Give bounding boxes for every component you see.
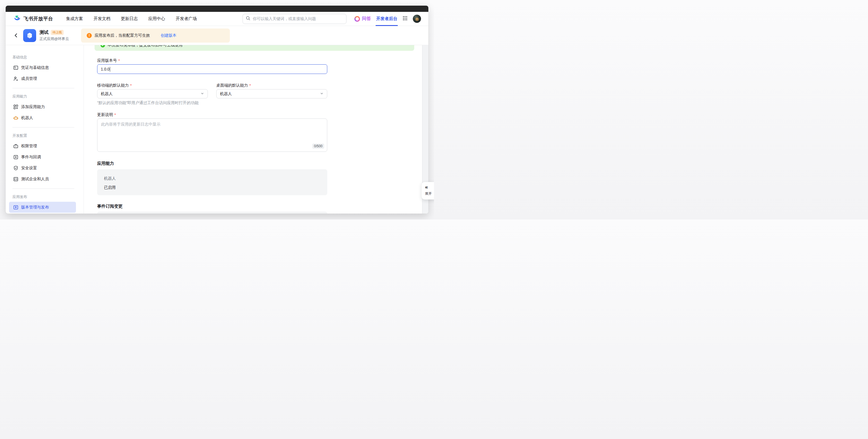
update-notes-label: 更新说明 — [97, 112, 113, 117]
nav-menu: 集成方案 开发文档 更新日志 应用中心 开发者广场 — [66, 16, 197, 22]
main-panel: 本次发布免审核，提交发布后即可上线使用 应用版本号 * 1.0.0 移动端的默认… — [84, 45, 428, 213]
qa-button[interactable]: 问答 — [354, 16, 371, 22]
content-area: 基础信息 凭证与基础信息 成员管理 — [6, 45, 428, 213]
app-meta: 测试 待上线 正式应用@环界云 — [39, 30, 69, 41]
required-asterisk: * — [130, 83, 132, 88]
sidebar-item-credentials[interactable]: 凭证与基础信息 — [9, 62, 76, 73]
desktop-capability-select[interactable]: 机器人 — [216, 89, 327, 98]
sidebar-section-release: 应用发布 — [12, 194, 84, 199]
required-asterisk: * — [118, 58, 120, 63]
id-card-icon — [13, 65, 19, 71]
sidebar-item-label: 安全设置 — [21, 166, 37, 171]
success-banner: 本次发布免审核，提交发布后即可上线使用 — [95, 45, 414, 51]
sidebar-divider — [12, 189, 74, 189]
event-subscription-panel — [97, 212, 327, 213]
capability-hint: “默认的应用功能”即用户通过工作台访问应用时打开的功能 — [97, 100, 198, 105]
window-titlebar — [6, 6, 428, 12]
update-notes-textarea[interactable]: 此内容将于应用的更新日志中显示 0/500 — [97, 119, 327, 152]
app-name: 测试 — [39, 30, 49, 36]
sidebar-item-label: 机器人 — [21, 115, 33, 121]
search-icon — [246, 16, 250, 22]
qa-label: 问答 — [362, 16, 371, 22]
capability-item-status: 已启用 — [104, 185, 116, 190]
tab-developer-console[interactable]: 开发者后台 — [376, 16, 397, 22]
top-navbar: 飞书开放平台 集成方案 开发文档 更新日志 应用中心 开发者广场 你可以输入关键… — [6, 12, 428, 26]
feishu-logo-icon — [13, 15, 21, 23]
sidebar-item-label: 添加应用能力 — [21, 104, 45, 109]
create-version-link[interactable]: 创建版本 — [161, 33, 177, 38]
warning-icon: ! — [87, 33, 92, 38]
app-header: 测试 待上线 正式应用@环界云 ! 应用发布后，当前配置方可生效 创建版本 — [6, 26, 428, 45]
desktop-capability-value: 机器人 — [220, 92, 232, 97]
expand-label: 展开 — [425, 191, 432, 196]
search-input[interactable]: 你可以输入关键词，或直接输入问题 — [243, 14, 346, 24]
sidebar-section-dev-config: 开发配置 — [12, 133, 84, 138]
code-square-icon — [13, 176, 19, 182]
double-chevron-left-icon: « — [425, 184, 428, 190]
chevron-down-icon — [320, 92, 323, 96]
expand-sidebar-button[interactable]: « 展开 — [422, 182, 434, 199]
app-subtitle: 正式应用@环界云 — [39, 36, 69, 41]
back-button[interactable] — [12, 32, 20, 39]
capability-item-name: 机器人 — [104, 176, 116, 181]
sidebar-item-security[interactable]: 安全设置 — [9, 163, 76, 173]
version-input[interactable]: 1.0.0 — [97, 64, 327, 74]
nav-item-changelog[interactable]: 更新日志 — [121, 16, 138, 22]
sidebar-item-label: 事件与回调 — [21, 155, 41, 160]
user-avatar[interactable] — [413, 15, 421, 23]
publish-warning-banner: ! 应用发布后，当前配置方可生效 创建版本 — [81, 29, 230, 43]
briefcase-icon — [13, 143, 19, 149]
user-add-icon — [13, 76, 19, 81]
mobile-capability-label: 移动端的默认能力 — [97, 83, 129, 88]
sidebar-item-members[interactable]: 成员管理 — [9, 73, 76, 84]
sidebar-item-events[interactable]: 事件与回调 — [9, 151, 76, 163]
console-label: 开发者后台 — [376, 16, 397, 21]
success-banner-text: 本次发布免审核，提交发布后即可上线使用 — [107, 45, 183, 48]
brand-name: 飞书开放平台 — [24, 15, 53, 22]
sidebar-divider — [12, 88, 74, 88]
version-field-label-row: 应用版本号 * — [97, 58, 327, 63]
chevron-down-icon — [200, 92, 204, 96]
nav-item-docs[interactable]: 开发文档 — [93, 16, 111, 22]
nav-item-integration[interactable]: 集成方案 — [66, 16, 83, 22]
nav-item-app-center[interactable]: 应用中心 — [148, 16, 165, 22]
status-badge: 待上线 — [51, 30, 64, 35]
version-label: 应用版本号 — [97, 58, 117, 63]
event-section-title: 事件订阅变更 — [97, 204, 123, 209]
sidebar: 基础信息 凭证与基础信息 成员管理 — [6, 45, 84, 213]
brand-logo[interactable]: 飞书开放平台 — [13, 15, 53, 23]
sidebar-item-add-capability[interactable]: 添加应用能力 — [9, 101, 76, 112]
browser-window: 飞书开放平台 集成方案 开发文档 更新日志 应用中心 开发者广场 你可以输入关键… — [6, 6, 428, 213]
sidebar-item-bot[interactable]: 机器人 — [9, 112, 76, 123]
update-notes-placeholder: 此内容将于应用的更新日志中显示 — [101, 122, 160, 127]
mobile-capability-select[interactable]: 机器人 — [97, 89, 208, 98]
check-circle-icon — [100, 45, 105, 47]
char-counter: 0/500 — [312, 144, 324, 149]
qa-ring-icon — [354, 16, 360, 22]
desktop-capability-label: 桌面端的默认能力 — [216, 83, 248, 88]
required-asterisk: * — [114, 112, 116, 117]
upload-square-icon — [13, 205, 19, 210]
capability-summary-panel: 机器人 已启用 — [97, 169, 327, 195]
required-asterisk: * — [249, 83, 251, 88]
sidebar-item-label: 权限管理 — [21, 144, 37, 149]
grid-add-icon — [13, 104, 19, 110]
sidebar-item-version-release[interactable]: 版本管理与发布 — [9, 202, 76, 213]
mobile-capability-value: 机器人 — [101, 92, 113, 97]
sidebar-item-label: 测试企业和人员 — [21, 177, 49, 182]
capability-section-title: 应用能力 — [97, 161, 114, 166]
sidebar-item-test-org[interactable]: 测试企业和人员 — [9, 173, 76, 184]
sidebar-item-label: 成员管理 — [21, 76, 37, 81]
sidebar-item-permissions[interactable]: 权限管理 — [9, 140, 76, 151]
warning-text: 应用发布后，当前配置方可生效 — [95, 33, 150, 38]
shield-check-icon — [13, 165, 19, 171]
robot-icon — [13, 115, 19, 121]
nav-item-dev-marketplace[interactable]: 开发者广场 — [176, 16, 197, 22]
text-caret — [110, 67, 110, 72]
sidebar-divider — [12, 127, 74, 128]
sidebar-section-basic-info: 基础信息 — [12, 55, 84, 60]
sidebar-item-label: 版本管理与发布 — [21, 205, 49, 210]
apps-grid-icon[interactable] — [402, 15, 408, 22]
app-icon — [23, 29, 36, 42]
search-placeholder: 你可以输入关键词，或直接输入问题 — [253, 16, 316, 22]
